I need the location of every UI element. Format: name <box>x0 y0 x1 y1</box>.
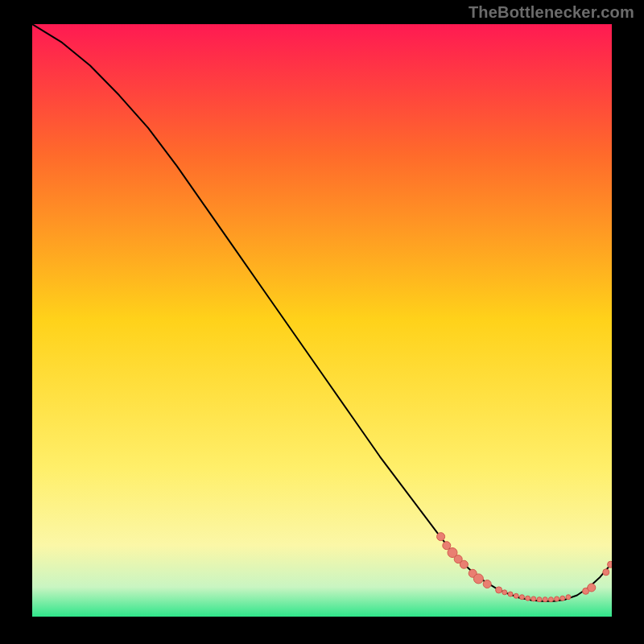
scatter-dot <box>603 569 609 576</box>
scatter-dot <box>496 587 502 593</box>
scatter-dot <box>531 597 536 601</box>
scatter-dot <box>548 597 553 602</box>
scatter-dot <box>514 593 518 598</box>
scatter-dot <box>566 595 571 600</box>
scatter-dot <box>483 580 491 588</box>
gradient-background <box>32 24 612 617</box>
chart-container: TheBottlenecker.com <box>0 0 644 644</box>
scatter-dot <box>560 596 565 601</box>
scatter-dot <box>473 574 483 584</box>
attribution-text: TheBottlenecker.com <box>469 3 634 22</box>
scatter-dot <box>555 597 559 601</box>
scatter-dot <box>526 596 530 601</box>
scatter-dot <box>537 597 542 602</box>
scatter-dot <box>608 561 612 568</box>
scatter-dot <box>460 560 468 568</box>
scatter-dot <box>502 590 507 595</box>
scatter-dot <box>543 597 547 602</box>
plot-area <box>32 24 612 617</box>
scatter-dot <box>437 533 445 541</box>
chart-svg <box>32 24 612 617</box>
scatter-dot <box>588 584 596 592</box>
scatter-dot <box>519 595 524 600</box>
scatter-dot <box>508 592 513 597</box>
